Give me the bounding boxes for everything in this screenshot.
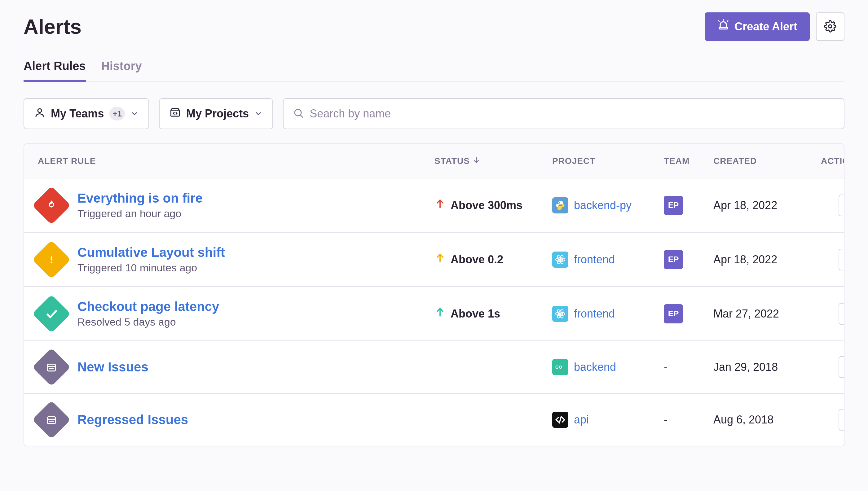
alert-rule-link[interactable]: Checkout page latency [78, 299, 219, 314]
status-text: Above 0.2 [451, 253, 503, 266]
status-cell: Above 300ms [435, 198, 552, 212]
create-alert-button[interactable]: Create Alert [705, 12, 810, 41]
team-badge[interactable]: EP [664, 250, 683, 269]
created-cell: Apr 18, 2022 [713, 199, 819, 212]
svg-point-5 [38, 109, 41, 112]
project-link[interactable]: frontend [574, 253, 615, 266]
my-teams-filter[interactable]: My Teams +1 [24, 98, 149, 129]
status-text: Above 300ms [451, 199, 523, 212]
chevron-down-icon [131, 110, 139, 118]
col-project: PROJECT [552, 156, 664, 166]
alert-rule-cell: Cumulative Layout shiftTriggered 10 minu… [38, 245, 435, 274]
svg-rect-14 [51, 256, 52, 261]
table-row: Checkout page latencyResolved 5 days ago… [24, 287, 844, 341]
sort-arrow-down-icon [472, 156, 480, 166]
check-icon [38, 300, 65, 327]
page-title: Alerts [24, 15, 82, 38]
svg-line-42 [559, 417, 561, 423]
created-cell: Mar 27, 2022 [713, 307, 819, 320]
issues-icon [38, 353, 65, 381]
row-actions-button[interactable] [839, 303, 844, 325]
alerts-table: ALERT RULE STATUS PROJECT TEAM CREATED A… [24, 143, 844, 446]
project-link[interactable]: api [574, 413, 589, 426]
project-link[interactable]: backend [574, 360, 616, 374]
teams-count-badge: +1 [109, 107, 125, 120]
status-cell: Above 0.2 [435, 253, 552, 266]
fire-icon [38, 192, 65, 219]
settings-button[interactable] [816, 12, 844, 41]
team-cell: EP [664, 250, 713, 269]
team-badge[interactable]: EP [664, 196, 683, 215]
table-row: New IssuesGObackend-Jan 29, 2018 [24, 341, 844, 394]
col-status[interactable]: STATUS [435, 156, 552, 166]
row-actions-button[interactable] [839, 195, 844, 216]
table-row: Regressed Issuesapi-Aug 6, 2018 [24, 394, 844, 446]
col-actions: ACTIONS [819, 156, 844, 166]
alert-rule-subtitle: Triggered 10 minutes ago [78, 262, 225, 274]
team-cell: - [664, 413, 713, 426]
alert-rule-link[interactable]: New Issues [78, 360, 148, 375]
svg-line-3 [728, 21, 728, 21]
project-cell: frontend [552, 306, 664, 322]
actions-cell [819, 409, 844, 431]
svg-line-8 [301, 115, 303, 117]
python-icon [552, 197, 568, 213]
tab-history[interactable]: History [101, 59, 142, 82]
row-actions-button[interactable] [839, 409, 844, 431]
search-container [283, 98, 844, 129]
alert-rule-link[interactable]: Everything is on fire [78, 191, 203, 206]
arrow-up-icon [435, 307, 446, 321]
table-header: ALERT RULE STATUS PROJECT TEAM CREATED A… [24, 144, 844, 178]
alert-rule-cell: Everything is on fireTriggered an hour a… [38, 191, 435, 220]
alert-rule-link[interactable]: Regressed Issues [78, 412, 188, 427]
react-icon [552, 306, 568, 322]
react-icon [552, 252, 568, 268]
alert-rule-subtitle: Triggered an hour ago [78, 207, 203, 220]
alert-rule-cell: Checkout page latencyResolved 5 days ago [38, 299, 435, 328]
code-icon [552, 412, 568, 428]
gear-icon [824, 20, 836, 33]
alert-rule-cell: New Issues [38, 353, 435, 381]
svg-text:GO: GO [555, 365, 562, 370]
status-text: Above 1s [451, 307, 500, 320]
created-cell: Apr 18, 2022 [713, 253, 819, 266]
arrow-up-icon [435, 198, 446, 212]
table-row: Everything is on fireTriggered an hour a… [24, 178, 844, 233]
my-projects-label: My Projects [186, 107, 249, 120]
my-projects-filter[interactable]: My Projects [159, 98, 273, 129]
alert-rule-cell: Regressed Issues [38, 406, 435, 433]
team-cell: - [664, 360, 713, 374]
severity-badge [38, 300, 65, 327]
col-team: TEAM [664, 156, 713, 166]
svg-point-4 [829, 25, 832, 28]
row-actions-button[interactable] [839, 249, 844, 270]
project-cell: backend-py [552, 197, 664, 213]
project-link[interactable]: frontend [574, 307, 615, 320]
svg-point-15 [51, 261, 52, 263]
actions-cell [819, 303, 844, 325]
search-icon [293, 108, 304, 120]
project-cell: frontend [552, 252, 664, 268]
actions-cell [819, 195, 844, 216]
project-cell: api [552, 412, 664, 428]
issues-icon [38, 406, 65, 433]
svg-rect-32 [48, 364, 55, 371]
severity-badge [38, 353, 65, 381]
svg-point-25 [559, 313, 561, 315]
search-input[interactable] [310, 107, 835, 120]
severity-badge [38, 246, 65, 273]
created-cell: Jan 29, 2018 [713, 360, 819, 374]
table-row: Cumulative Layout shiftTriggered 10 minu… [24, 233, 844, 287]
col-created: CREATED [713, 156, 819, 166]
alert-rule-link[interactable]: Cumulative Layout shift [78, 245, 225, 260]
arrow-up-icon [435, 253, 446, 266]
project-link[interactable]: backend-py [574, 199, 632, 212]
tab-alert-rules[interactable]: Alert Rules [24, 59, 86, 82]
svg-line-2 [719, 21, 719, 21]
team-cell: EP [664, 196, 713, 215]
status-cell: Above 1s [435, 307, 552, 321]
actions-cell [819, 356, 844, 378]
row-actions-button[interactable] [839, 356, 844, 378]
team-badge[interactable]: EP [664, 304, 683, 323]
col-status-label: STATUS [435, 156, 470, 166]
